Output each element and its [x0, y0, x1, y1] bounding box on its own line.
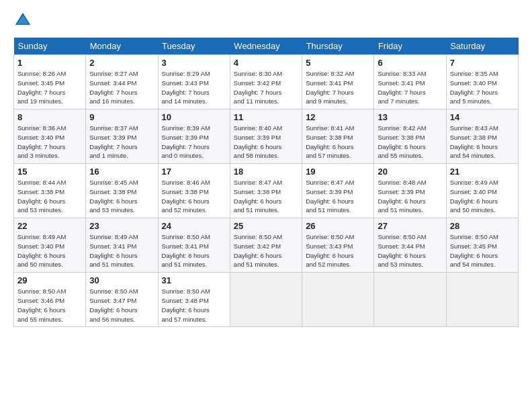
day-info: Sunrise: 8:30 AM Sunset: 3:42 PM Dayligh…: [234, 69, 298, 106]
day-cell-26: 26Sunrise: 8:50 AM Sunset: 3:43 PM Dayli…: [302, 218, 374, 273]
day-number: 30: [89, 275, 154, 285]
day-number: 7: [450, 58, 515, 68]
day-cell-11: 11Sunrise: 8:40 AM Sunset: 3:39 PM Dayli…: [230, 109, 302, 164]
day-cell-27: 27Sunrise: 8:50 AM Sunset: 3:44 PM Dayli…: [374, 218, 446, 273]
day-info: Sunrise: 8:44 AM Sunset: 3:38 PM Dayligh…: [17, 178, 82, 215]
day-cell-30: 30Sunrise: 8:50 AM Sunset: 3:47 PM Dayli…: [86, 273, 158, 327]
day-number: 21: [450, 167, 515, 177]
day-info: Sunrise: 8:50 AM Sunset: 3:43 PM Dayligh…: [306, 232, 370, 269]
day-info: Sunrise: 8:41 AM Sunset: 3:38 PM Dayligh…: [306, 124, 370, 161]
day-cell-1: 1Sunrise: 8:26 AM Sunset: 3:45 PM Daylig…: [14, 55, 86, 109]
col-header-saturday: Saturday: [446, 38, 518, 55]
day-cell-6: 6Sunrise: 8:33 AM Sunset: 3:41 PM Daylig…: [374, 55, 446, 109]
day-number: 24: [162, 221, 226, 231]
day-number: 23: [89, 221, 154, 231]
day-cell-8: 8Sunrise: 8:36 AM Sunset: 3:40 PM Daylig…: [14, 109, 86, 164]
day-cell-29: 29Sunrise: 8:50 AM Sunset: 3:46 PM Dayli…: [14, 273, 86, 327]
day-cell-22: 22Sunrise: 8:49 AM Sunset: 3:40 PM Dayli…: [14, 218, 86, 273]
calendar-week-3: 15Sunrise: 8:44 AM Sunset: 3:38 PM Dayli…: [14, 164, 519, 218]
day-info: Sunrise: 8:35 AM Sunset: 3:40 PM Dayligh…: [450, 69, 515, 106]
day-number: 11: [234, 112, 298, 122]
day-info: Sunrise: 8:50 AM Sunset: 3:41 PM Dayligh…: [162, 232, 226, 269]
day-cell-2: 2Sunrise: 8:27 AM Sunset: 3:44 PM Daylig…: [86, 55, 158, 109]
day-info: Sunrise: 8:39 AM Sunset: 3:39 PM Dayligh…: [162, 124, 226, 161]
col-header-thursday: Thursday: [302, 38, 374, 55]
day-cell-7: 7Sunrise: 8:35 AM Sunset: 3:40 PM Daylig…: [446, 55, 518, 109]
day-number: 17: [162, 167, 226, 177]
day-info: Sunrise: 8:47 AM Sunset: 3:39 PM Dayligh…: [306, 178, 370, 215]
page-header: [13, 11, 519, 30]
empty-cell: [302, 273, 374, 327]
calendar-week-5: 29Sunrise: 8:50 AM Sunset: 3:46 PM Dayli…: [14, 273, 519, 327]
day-info: Sunrise: 8:48 AM Sunset: 3:39 PM Dayligh…: [378, 178, 442, 215]
calendar-week-1: 1Sunrise: 8:26 AM Sunset: 3:45 PM Daylig…: [14, 55, 519, 109]
day-number: 14: [450, 112, 515, 122]
col-header-friday: Friday: [374, 38, 446, 55]
day-cell-17: 17Sunrise: 8:46 AM Sunset: 3:38 PM Dayli…: [158, 164, 230, 218]
day-info: Sunrise: 8:37 AM Sunset: 3:39 PM Dayligh…: [89, 124, 154, 161]
day-cell-18: 18Sunrise: 8:47 AM Sunset: 3:38 PM Dayli…: [230, 164, 302, 218]
day-number: 31: [162, 275, 226, 285]
day-number: 26: [306, 221, 370, 231]
day-info: Sunrise: 8:45 AM Sunset: 3:38 PM Dayligh…: [89, 178, 154, 215]
day-number: 29: [17, 275, 82, 285]
day-number: 5: [306, 58, 370, 68]
col-header-wednesday: Wednesday: [230, 38, 302, 55]
day-info: Sunrise: 8:50 AM Sunset: 3:45 PM Dayligh…: [450, 232, 515, 269]
day-info: Sunrise: 8:26 AM Sunset: 3:45 PM Dayligh…: [17, 69, 82, 106]
day-cell-15: 15Sunrise: 8:44 AM Sunset: 3:38 PM Dayli…: [14, 164, 86, 218]
col-header-monday: Monday: [86, 38, 158, 55]
day-number: 19: [306, 167, 370, 177]
day-cell-24: 24Sunrise: 8:50 AM Sunset: 3:41 PM Dayli…: [158, 218, 230, 273]
day-number: 3: [162, 58, 226, 68]
day-cell-9: 9Sunrise: 8:37 AM Sunset: 3:39 PM Daylig…: [86, 109, 158, 164]
calendar-table: SundayMondayTuesdayWednesdayThursdayFrid…: [13, 38, 519, 327]
day-number: 12: [306, 112, 370, 122]
col-header-sunday: Sunday: [14, 38, 86, 55]
day-cell-4: 4Sunrise: 8:30 AM Sunset: 3:42 PM Daylig…: [230, 55, 302, 109]
day-cell-31: 31Sunrise: 8:50 AM Sunset: 3:48 PM Dayli…: [158, 273, 230, 327]
day-info: Sunrise: 8:50 AM Sunset: 3:46 PM Dayligh…: [17, 287, 82, 324]
page-container: SundayMondayTuesdayWednesdayThursdayFrid…: [0, 0, 532, 335]
day-info: Sunrise: 8:40 AM Sunset: 3:39 PM Dayligh…: [234, 124, 298, 161]
day-number: 1: [17, 58, 82, 68]
day-info: Sunrise: 8:47 AM Sunset: 3:38 PM Dayligh…: [234, 178, 298, 215]
day-cell-19: 19Sunrise: 8:47 AM Sunset: 3:39 PM Dayli…: [302, 164, 374, 218]
day-cell-13: 13Sunrise: 8:42 AM Sunset: 3:38 PM Dayli…: [374, 109, 446, 164]
day-info: Sunrise: 8:43 AM Sunset: 3:38 PM Dayligh…: [450, 124, 515, 161]
day-info: Sunrise: 8:29 AM Sunset: 3:43 PM Dayligh…: [162, 69, 226, 106]
day-number: 18: [234, 167, 298, 177]
calendar-header-row: SundayMondayTuesdayWednesdayThursdayFrid…: [14, 38, 519, 55]
calendar-week-2: 8Sunrise: 8:36 AM Sunset: 3:40 PM Daylig…: [14, 109, 519, 164]
empty-cell: [374, 273, 446, 327]
day-cell-5: 5Sunrise: 8:32 AM Sunset: 3:41 PM Daylig…: [302, 55, 374, 109]
day-info: Sunrise: 8:32 AM Sunset: 3:41 PM Dayligh…: [306, 69, 370, 106]
day-info: Sunrise: 8:50 AM Sunset: 3:48 PM Dayligh…: [162, 287, 226, 324]
logo: [13, 11, 35, 30]
day-number: 25: [234, 221, 298, 231]
calendar-week-4: 22Sunrise: 8:49 AM Sunset: 3:40 PM Dayli…: [14, 218, 519, 273]
day-cell-21: 21Sunrise: 8:49 AM Sunset: 3:40 PM Dayli…: [446, 164, 518, 218]
day-info: Sunrise: 8:36 AM Sunset: 3:40 PM Dayligh…: [17, 124, 82, 161]
day-cell-25: 25Sunrise: 8:50 AM Sunset: 3:42 PM Dayli…: [230, 218, 302, 273]
col-header-tuesday: Tuesday: [158, 38, 230, 55]
day-cell-10: 10Sunrise: 8:39 AM Sunset: 3:39 PM Dayli…: [158, 109, 230, 164]
day-number: 6: [378, 58, 442, 68]
day-cell-3: 3Sunrise: 8:29 AM Sunset: 3:43 PM Daylig…: [158, 55, 230, 109]
day-number: 15: [17, 167, 82, 177]
day-number: 9: [89, 112, 154, 122]
day-info: Sunrise: 8:42 AM Sunset: 3:38 PM Dayligh…: [378, 124, 442, 161]
day-info: Sunrise: 8:33 AM Sunset: 3:41 PM Dayligh…: [378, 69, 442, 106]
day-cell-28: 28Sunrise: 8:50 AM Sunset: 3:45 PM Dayli…: [446, 218, 518, 273]
logo-icon: [13, 11, 32, 30]
day-number: 4: [234, 58, 298, 68]
empty-cell: [446, 273, 518, 327]
day-number: 2: [89, 58, 154, 68]
day-info: Sunrise: 8:50 AM Sunset: 3:47 PM Dayligh…: [89, 287, 154, 324]
day-number: 10: [162, 112, 226, 122]
day-info: Sunrise: 8:46 AM Sunset: 3:38 PM Dayligh…: [162, 178, 226, 215]
day-cell-20: 20Sunrise: 8:48 AM Sunset: 3:39 PM Dayli…: [374, 164, 446, 218]
day-cell-12: 12Sunrise: 8:41 AM Sunset: 3:38 PM Dayli…: [302, 109, 374, 164]
day-info: Sunrise: 8:50 AM Sunset: 3:42 PM Dayligh…: [234, 232, 298, 269]
day-cell-23: 23Sunrise: 8:49 AM Sunset: 3:41 PM Dayli…: [86, 218, 158, 273]
